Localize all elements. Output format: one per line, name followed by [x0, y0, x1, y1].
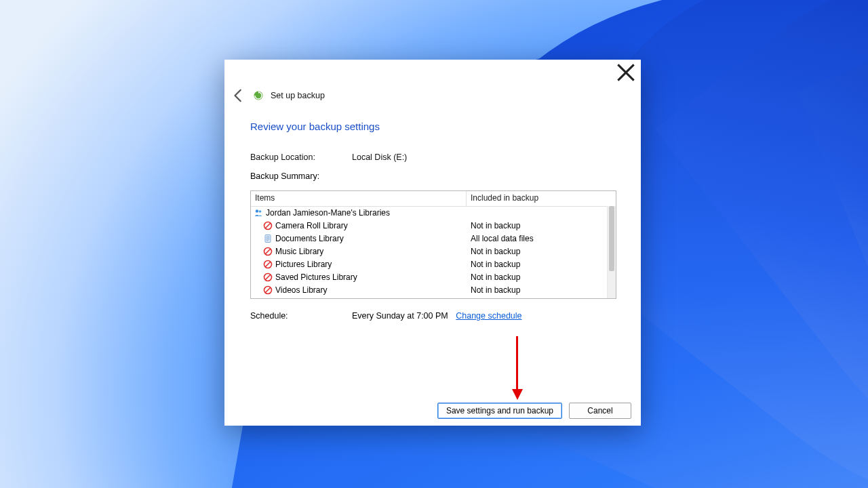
grid-cell-item: Camera Roll Library — [251, 221, 467, 230]
svg-line-17 — [265, 287, 271, 293]
grid-cell-item: Jordan Jamieson-Mane's Libraries — [251, 208, 467, 218]
grid-row[interactable]: Music LibraryNot in backup — [251, 245, 608, 258]
grid-item-label: Saved Pictures Library — [275, 272, 357, 282]
scrollbar-thumb[interactable] — [609, 206, 614, 271]
save-and-run-button[interactable]: Save settings and run backup — [437, 403, 562, 419]
svg-line-4 — [265, 223, 271, 228]
schedule-row: Schedule: Every Sunday at 7:00 PM Change… — [250, 311, 615, 321]
back-button[interactable] — [231, 88, 246, 103]
backup-summary-label: Backup Summary: — [250, 171, 615, 181]
svg-point-1 — [256, 209, 258, 212]
svg-rect-5 — [265, 235, 271, 242]
grid-row[interactable]: Videos LibraryNot in backup — [251, 283, 608, 296]
grid-header: Items Included in backup — [251, 191, 616, 207]
grid-cell-item: Videos Library — [251, 285, 467, 295]
grid-item-label: Documents Library — [275, 234, 344, 243]
grid-item-label: Jordan Jamieson-Mane's Libraries — [266, 208, 390, 218]
close-button[interactable] — [616, 65, 635, 80]
grid-cell-item: Saved Pictures Library — [251, 272, 467, 282]
wizard-header: Set up backup — [231, 88, 325, 103]
svg-line-15 — [265, 274, 271, 280]
people-icon — [254, 208, 263, 218]
grid-cell-included: All local data files — [467, 234, 608, 243]
grid-cell-included: Not in backup — [467, 221, 608, 230]
cancel-button[interactable]: Cancel — [569, 403, 631, 419]
backup-icon — [253, 90, 264, 101]
scrollbar[interactable] — [607, 206, 616, 298]
change-schedule-link[interactable]: Change schedule — [456, 311, 521, 321]
grid-item-label: Camera Roll Library — [275, 221, 348, 230]
column-included[interactable]: Included in backup — [467, 191, 616, 206]
grid-cell-item: Pictures Library — [251, 260, 467, 269]
grid-item-label: Videos Library — [275, 285, 328, 295]
no-icon — [263, 247, 273, 256]
grid-row[interactable]: Pictures LibraryNot in backup — [251, 258, 608, 270]
grid-cell-included: Not in backup — [467, 285, 608, 295]
backup-location-value: Local Disk (E:) — [352, 152, 407, 162]
backup-summary-grid: Items Included in backup Jordan Jamieson… — [250, 190, 616, 299]
no-icon — [263, 285, 273, 295]
svg-point-2 — [259, 210, 262, 213]
grid-item-label: Pictures Library — [275, 260, 332, 269]
grid-cell-item: Documents Library — [251, 234, 467, 243]
backup-location-row: Backup Location: Local Disk (E:) — [250, 152, 615, 162]
backup-location-label: Backup Location: — [250, 152, 352, 162]
no-icon — [263, 272, 273, 282]
no-icon — [263, 260, 273, 269]
no-icon — [263, 221, 273, 230]
column-items[interactable]: Items — [251, 191, 467, 206]
wizard-title: Set up backup — [271, 91, 325, 100]
doc-icon — [263, 234, 273, 243]
grid-cell-included: Not in backup — [467, 272, 608, 282]
svg-line-13 — [265, 262, 271, 267]
grid-cell-included: Not in backup — [467, 247, 608, 256]
wizard-buttons: Save settings and run backup Cancel — [437, 403, 631, 419]
schedule-value: Every Sunday at 7:00 PM — [352, 311, 448, 321]
grid-cell-included: Not in backup — [467, 260, 608, 269]
svg-line-11 — [265, 249, 271, 254]
grid-cell-item: Music Library — [251, 247, 467, 256]
page-title: Review your backup settings — [250, 121, 615, 132]
schedule-label: Schedule: — [250, 311, 352, 321]
wizard-content: Review your backup settings Backup Locat… — [250, 121, 615, 321]
grid-row[interactable]: Documents LibraryAll local data files — [251, 232, 608, 245]
grid-item-label: Music Library — [275, 247, 323, 256]
grid-row[interactable]: Jordan Jamieson-Mane's Libraries — [251, 206, 608, 219]
grid-row[interactable]: Saved Pictures LibraryNot in backup — [251, 270, 608, 283]
grid-body: Jordan Jamieson-Mane's LibrariesCamera R… — [251, 206, 608, 298]
grid-row[interactable]: Camera Roll LibraryNot in backup — [251, 219, 608, 232]
backup-wizard-window: Set up backup Review your backup setting… — [224, 60, 641, 426]
